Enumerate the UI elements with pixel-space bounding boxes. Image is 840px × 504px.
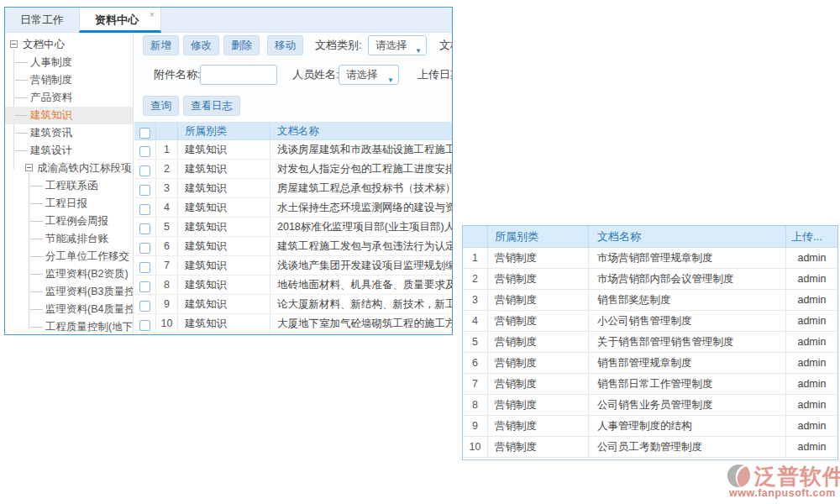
modify-button[interactable]: 修改 bbox=[183, 35, 219, 55]
tab-close-icon[interactable]: × bbox=[150, 8, 155, 20]
tree-item[interactable]: 分工单位工作移交 bbox=[5, 248, 133, 265]
row-category: 营销制度 bbox=[488, 437, 589, 457]
row-uploader: admin bbox=[786, 416, 837, 436]
table-row[interactable]: 10 建筑知识 大厦地下室加气砼墙砌筑工程的施工方... bbox=[134, 314, 452, 333]
row-number: 4 bbox=[463, 311, 488, 331]
tab-daily-work[interactable]: 日常工作 bbox=[5, 8, 79, 33]
tree-item[interactable]: 工程例会周报 bbox=[5, 213, 133, 230]
tree-item[interactable]: 成渝高铁内江标段项目 bbox=[5, 160, 133, 177]
table-row[interactable]: 9 营销制度 人事管理制度的结构 admin bbox=[463, 416, 837, 437]
select-all-checkbox[interactable] bbox=[139, 128, 150, 139]
tree-item[interactable]: 人事制度 bbox=[5, 54, 133, 71]
row-number: 4 bbox=[156, 198, 178, 217]
uploader-column-header: 上传... bbox=[786, 226, 837, 247]
fanpu-logo: 泛普软件 www.fanpusoft.com bbox=[716, 462, 840, 501]
table-row[interactable]: 3 建筑知识 房屋建筑工程总承包投标书（技术标）... bbox=[134, 179, 452, 198]
row-category: 建筑知识 bbox=[178, 179, 270, 197]
table-row[interactable]: 6 建筑知识 建筑工程施工发包与承包违法行为认定... bbox=[134, 237, 452, 256]
row-doc-name: 销售部管理规章制度 bbox=[589, 353, 786, 373]
toolbar: 新增 修改 删除 移动 文档类别: 请选择 ▼ 文档 bbox=[134, 34, 452, 57]
table-row[interactable]: 1 营销制度 市场营销部管理规章制度 admin bbox=[463, 248, 837, 269]
table-row[interactable]: 5 营销制度 关于销售部管理销售管理制度 admin bbox=[463, 332, 837, 353]
table-row[interactable]: 2 营销制度 市场营销部内部会议管理制度 admin bbox=[463, 269, 837, 290]
collapse-minus-icon[interactable] bbox=[25, 164, 33, 171]
table-row[interactable]: 6 营销制度 销售部管理规章制度 admin bbox=[463, 353, 837, 374]
row-category: 建筑知识 bbox=[178, 237, 270, 255]
tree-item[interactable]: 产品资料 bbox=[5, 89, 133, 107]
delete-button[interactable]: 删除 bbox=[223, 35, 260, 55]
table-row[interactable]: 8 营销制度 公司销售业务员管理制度 admin bbox=[463, 395, 837, 416]
row-number: 8 bbox=[463, 395, 488, 415]
table-row[interactable]: 2 建筑知识 对发包人指定分包的工程施工进度安排... bbox=[134, 160, 452, 179]
tree-item[interactable]: 节能减排台账 bbox=[5, 230, 133, 248]
table-row[interactable]: 5 建筑知识 2018标准化监理项目部(业主项目部)人员... bbox=[134, 218, 452, 237]
row-doc-name: 水土保持生态环境监测网络的建设与资... bbox=[270, 198, 452, 217]
tree-connector bbox=[30, 186, 43, 186]
table-row[interactable]: 7 营销制度 销售部日常工作管理制度 admin bbox=[463, 374, 837, 395]
table-row[interactable]: 7 建筑知识 浅谈地产集团开发建设项目监理规划编... bbox=[134, 256, 452, 276]
tree-item[interactable]: 建筑知识 bbox=[5, 107, 133, 124]
row-checkbox[interactable] bbox=[139, 243, 150, 254]
row-category: 营销制度 bbox=[488, 332, 589, 352]
row-checkbox[interactable] bbox=[139, 281, 150, 292]
tree-item[interactable]: 工程日报 bbox=[5, 195, 133, 213]
row-number: 5 bbox=[156, 218, 178, 236]
add-button[interactable]: 新增 bbox=[143, 35, 179, 55]
table-row[interactable]: 9 建筑知识 论大厦新材料、新结构、新技术，新工... bbox=[134, 295, 452, 314]
row-checkbox[interactable] bbox=[139, 262, 150, 273]
query-button[interactable]: 查询 bbox=[143, 96, 179, 116]
tree-item[interactable]: 监理资料(B3质量控制) bbox=[5, 283, 133, 301]
tree-item[interactable]: 监理资料(B2资质) bbox=[5, 265, 133, 283]
tab-data-center[interactable]: 资料中心 × bbox=[79, 8, 161, 33]
row-doc-name: 人事管理制度的结构 bbox=[589, 416, 786, 436]
row-uploader: admin bbox=[786, 353, 837, 373]
doc-category-value: 请选择 bbox=[375, 39, 407, 51]
row-uploader: admin bbox=[786, 332, 837, 352]
tree-item[interactable]: 文档中心 bbox=[5, 36, 133, 54]
row-uploader: admin bbox=[786, 437, 837, 457]
tree-item[interactable]: 工程联系函 bbox=[5, 177, 133, 195]
table-row[interactable]: 4 营销制度 小公司销售管理制度 admin bbox=[463, 311, 837, 332]
row-checkbox[interactable] bbox=[139, 146, 150, 157]
row-doc-name: 公司员工考勤管理制度 bbox=[589, 437, 786, 457]
table-row[interactable]: 8 建筑知识 地砖地面材料、机具准备、质量要求及... bbox=[134, 276, 452, 295]
row-checkbox[interactable] bbox=[139, 320, 150, 331]
row-number: 10 bbox=[156, 314, 178, 333]
row-checkbox[interactable] bbox=[139, 185, 150, 196]
table-row[interactable]: 3 营销制度 销售部奖惩制度 admin bbox=[463, 290, 837, 311]
tree-connector bbox=[30, 203, 43, 204]
row-doc-name: 2018标准化监理项目部(业主项目部)人员... bbox=[270, 218, 452, 236]
person-name-select[interactable]: 请选择 ▼ bbox=[339, 65, 399, 85]
tree-item[interactable]: 营销制度 bbox=[5, 71, 133, 89]
tree-item[interactable]: 工程质量控制(地下室) bbox=[5, 318, 133, 334]
tree-connector bbox=[15, 150, 28, 151]
tree-item[interactable]: 建筑设计 bbox=[5, 142, 133, 160]
doc-category-select[interactable]: 请选择 ▼ bbox=[368, 35, 427, 55]
category-column-header: 所属别类 bbox=[488, 226, 589, 247]
row-checkbox[interactable] bbox=[139, 223, 150, 234]
table-row[interactable]: 4 建筑知识 水土保持生态环境监测网络的建设与资... bbox=[134, 198, 452, 218]
tree-item[interactable]: 监理资料(B4质量控制) bbox=[5, 301, 133, 318]
attachment-name-input[interactable] bbox=[200, 65, 277, 85]
table-row[interactable]: 1 建筑知识 浅谈房屋建筑和市政基础设施工程施工... bbox=[134, 140, 452, 160]
row-checkbox[interactable] bbox=[139, 204, 150, 215]
row-category: 建筑知识 bbox=[178, 256, 270, 275]
row-checkbox-cell bbox=[134, 256, 156, 275]
marketing-doc-table: 所属别类 文档名称 上传... 1 营销制度 市场营销部管理规章制度 admin… bbox=[462, 225, 838, 460]
collapse-minus-icon[interactable] bbox=[10, 40, 18, 48]
tree-item-label: 成渝高铁内江标段项目 bbox=[37, 162, 134, 174]
row-number: 8 bbox=[156, 276, 178, 294]
row-checkbox[interactable] bbox=[139, 165, 150, 176]
tree-connector bbox=[30, 309, 43, 310]
tree-item-label: 监理资料(B2资质) bbox=[45, 268, 129, 280]
tree-item-label: 工程质量控制(地下室) bbox=[45, 321, 134, 333]
row-number: 10 bbox=[463, 437, 488, 457]
row-number: 3 bbox=[463, 290, 488, 310]
tree-item[interactable]: 建筑资讯 bbox=[5, 124, 133, 142]
document-table-header: 所属别类 文档名称 bbox=[134, 122, 452, 140]
table-row[interactable]: 10 营销制度 公司员工考勤管理制度 admin bbox=[463, 437, 837, 458]
select-all-checkbox-cell bbox=[134, 122, 156, 139]
row-checkbox[interactable] bbox=[139, 301, 150, 312]
view-log-button[interactable]: 查看日志 bbox=[183, 96, 240, 116]
move-button[interactable]: 移动 bbox=[267, 35, 303, 55]
